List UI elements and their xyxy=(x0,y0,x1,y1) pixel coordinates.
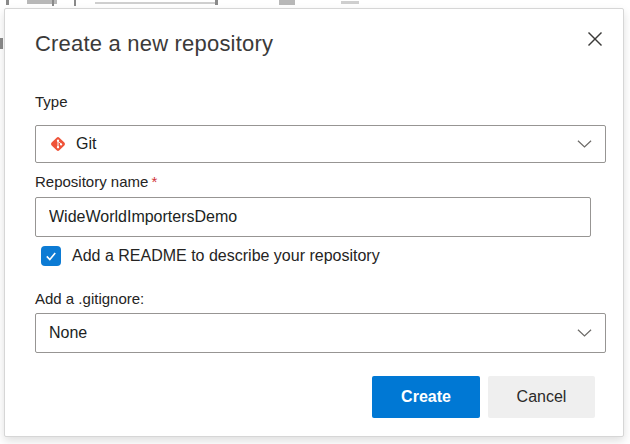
chevron-down-icon xyxy=(577,329,592,338)
readme-checkbox[interactable] xyxy=(41,246,61,266)
background-fragment xyxy=(6,0,9,5)
required-marker: * xyxy=(151,173,157,190)
background-fragment xyxy=(95,2,215,4)
checkmark-icon xyxy=(44,249,58,263)
background-fragment xyxy=(74,0,76,6)
screen: Create a new repository Type Git xyxy=(0,0,630,444)
gitignore-label: Add a .gitignore: xyxy=(35,290,144,307)
readme-label: Add a README to describe your repository xyxy=(72,247,380,265)
type-dropdown[interactable]: Git xyxy=(35,125,606,163)
chevron-down-icon xyxy=(577,140,592,149)
close-icon xyxy=(587,31,603,47)
repository-name-label: Repository name* xyxy=(35,173,157,190)
background-fragment xyxy=(52,0,54,6)
gitignore-dropdown[interactable]: None xyxy=(35,313,606,353)
cancel-button[interactable]: Cancel xyxy=(488,376,595,418)
repository-name-input[interactable] xyxy=(35,197,591,237)
type-dropdown-value: Git xyxy=(76,135,96,153)
dialog-title: Create a new repository xyxy=(35,31,273,57)
background-fragment xyxy=(215,0,218,5)
readme-checkbox-row[interactable]: Add a README to describe your repository xyxy=(41,246,380,266)
background-fragment xyxy=(341,1,359,4)
create-repository-dialog: Create a new repository Type Git xyxy=(4,8,624,437)
background-fragment xyxy=(279,0,295,5)
create-button[interactable]: Create xyxy=(372,376,480,418)
git-icon xyxy=(49,135,67,153)
repository-name-label-text: Repository name xyxy=(35,173,148,190)
close-button[interactable] xyxy=(583,27,607,51)
gitignore-dropdown-value: None xyxy=(49,324,87,342)
background-fragment xyxy=(0,38,3,49)
type-label: Type xyxy=(35,93,68,110)
